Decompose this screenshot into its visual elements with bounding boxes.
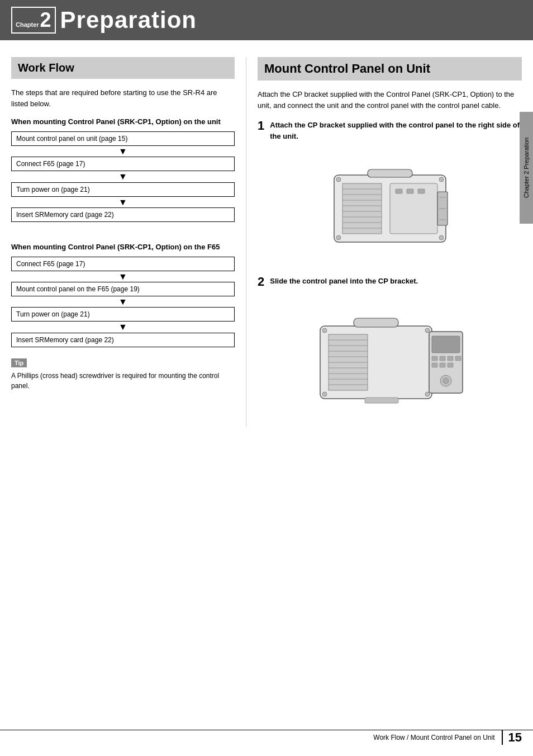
work-flow-heading: Work Flow [18,62,228,74]
footer-text: Work Flow / Mount Control Panel on Unit [373,734,494,741]
flow-arrow-1-3: ▼ [11,197,235,207]
svg-rect-11 [396,189,402,193]
svg-point-49 [425,392,430,396]
svg-rect-39 [448,356,453,361]
svg-point-15 [439,177,444,182]
chapter-number: 2 [40,10,51,30]
subsection2-title: When mounting Control Panel (SRK-CP1, Op… [11,242,235,252]
svg-rect-37 [432,356,437,361]
step-2: 2 Slide the control panel into the CP br… [258,276,522,287]
flow-arrow-2-1: ▼ [11,271,235,282]
chapter-title: Preparation [60,7,197,34]
illustration-2 [258,298,522,415]
tip-box: Tip A Phillips (cross head) screwdriver … [11,358,235,391]
flow-box-1-4: Insert SRMemory card (page 22) [11,207,235,222]
right-column: Mount Control Panel on Unit Attach the C… [246,57,522,427]
step-1-number: 1 [258,120,264,132]
flow-arrow-1-1: ▼ [11,146,235,157]
svg-rect-43 [448,363,453,367]
step-2-number: 2 [258,276,264,288]
flow-box-2-1: Connect F65 (page 17) [11,257,235,271]
page-number: 15 [502,730,522,745]
flow-arrow-2-3: ▼ [11,322,235,332]
flow-container-2: Connect F65 (page 17) ▼ Mount control pa… [11,257,235,347]
svg-rect-36 [432,336,460,353]
flow-box-2-4: Insert SRMemory card (page 22) [11,333,235,347]
work-flow-heading-box: Work Flow [11,57,235,79]
left-column: Work Flow The steps that are required be… [11,57,246,427]
tip-label: Tip [11,358,27,367]
flow-box-2-3: Turn power on (page 21) [11,307,235,322]
svg-rect-42 [440,363,445,367]
flow-box-1-1: Mount control panel on unit (page 15) [11,131,235,146]
flow-box-1-2: Connect F65 (page 17) [11,157,235,171]
svg-point-16 [336,235,341,240]
svg-point-46 [322,328,327,333]
svg-point-45 [443,378,449,384]
chapter-header: Chapter 2 Preparation [0,0,533,40]
flow-container-1: Mount control panel on unit (page 15) ▼ … [11,131,235,222]
svg-rect-38 [440,356,445,361]
illustration-1 [258,153,522,264]
svg-point-47 [425,328,430,333]
main-content: Work Flow The steps that are required be… [0,57,533,427]
svg-rect-40 [455,356,461,361]
step-1: 1 Attach the CP bracket supplied with th… [258,120,522,141]
tip-text: A Phillips (cross head) screwdriver is r… [11,371,235,391]
subsection1-title: When mounting Control Panel (SRK-CP1, Op… [11,117,235,127]
flow-arrow-2-2: ▼ [11,296,235,307]
flow-box-1-3: Turn power on (page 21) [11,182,235,197]
svg-rect-12 [407,189,413,193]
svg-rect-50 [365,398,398,403]
svg-rect-13 [418,189,425,193]
mount-heading-box: Mount Control Panel on Unit [258,57,522,81]
svg-point-14 [336,177,341,182]
page-footer: Work Flow / Mount Control Panel on Unit … [0,730,533,745]
svg-point-17 [439,235,444,240]
work-flow-intro: The steps that are required before start… [11,87,235,109]
step-2-text: Slide the control panel into the CP brac… [270,276,522,287]
sidebar-tab: Chapter 2 Preparation [520,112,533,224]
mount-heading: Mount Control Panel on Unit [264,62,515,76]
chapter-word: Chapter [16,21,39,28]
svg-rect-1 [342,183,382,234]
flow-arrow-1-2: ▼ [11,171,235,182]
chapter-badge: Chapter 2 [11,7,56,34]
svg-rect-22 [368,169,412,177]
svg-rect-34 [354,318,398,327]
step-1-text: Attach the CP bracket supplied with the … [270,120,522,141]
mount-intro: Attach the CP bracket supplied with the … [258,89,522,111]
svg-point-48 [322,392,327,396]
svg-rect-41 [432,363,437,367]
flow-box-2-2: Mount control panel on the F65 (page 19) [11,282,235,296]
